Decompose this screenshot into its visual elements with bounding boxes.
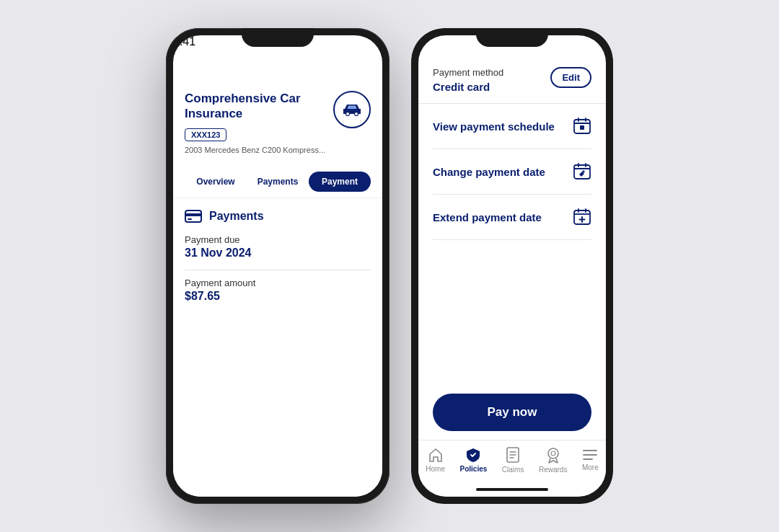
view-payment-schedule-item[interactable]: View payment schedule xyxy=(433,104,591,149)
nav-policies-label: Policies xyxy=(459,465,487,473)
payment-due-value: 31 Nov 2024 xyxy=(185,247,371,260)
nav-claims[interactable]: Claims xyxy=(502,446,524,474)
notch xyxy=(242,28,314,47)
status-icons xyxy=(173,48,382,57)
svg-rect-12 xyxy=(580,125,584,130)
payment-due-label: Payment due xyxy=(185,234,371,245)
svg-rect-1 xyxy=(177,52,179,57)
nav-more[interactable]: More xyxy=(582,448,599,471)
svg-rect-3 xyxy=(183,48,185,57)
car-icon-circle xyxy=(333,91,371,128)
svg-rect-9 xyxy=(185,213,201,216)
svg-point-7 xyxy=(355,112,358,116)
more-icon xyxy=(582,448,598,461)
nav-home[interactable]: Home xyxy=(426,447,445,473)
notch-right xyxy=(476,28,548,47)
change-date-label: Change payment date xyxy=(433,166,545,178)
phone-left: 9:41 xyxy=(166,28,390,504)
battery-icon xyxy=(203,48,219,57)
tab-payments[interactable]: Payments xyxy=(247,172,309,192)
change-payment-date-item[interactable]: Change payment date xyxy=(433,149,591,195)
payment-amount-label: Payment amount xyxy=(185,278,371,288)
home-icon xyxy=(428,447,444,463)
car-icon xyxy=(341,102,363,118)
scene: 9:41 xyxy=(0,0,779,532)
policies-icon xyxy=(465,447,481,463)
card-info: Comprehensive Car Insurance XXX123 2003 … xyxy=(185,91,333,154)
svg-rect-10 xyxy=(188,218,192,220)
payment-amount-row: Payment amount $87.65 xyxy=(185,278,371,303)
calendar-edit-icon xyxy=(573,162,591,181)
signal-icon xyxy=(173,48,185,57)
payment-method-label: Payment method xyxy=(433,67,503,78)
nav-more-label: More xyxy=(582,464,599,471)
nav-policies[interactable]: Policies xyxy=(459,447,487,473)
svg-rect-5 xyxy=(204,50,214,56)
hero-section: ‹ Comprehensive Car Insurance XXX123 200… xyxy=(173,57,382,166)
claims-icon xyxy=(506,446,520,464)
calendar-add-icon xyxy=(573,208,591,226)
payments-section-title: Payments xyxy=(209,210,264,223)
policy-badge: XXX123 xyxy=(185,128,226,141)
phone-right: Payment method Credit card Edit View pay… xyxy=(411,28,613,504)
nav-claims-label: Claims xyxy=(502,466,524,474)
extend-date-label: Extend payment date xyxy=(433,211,542,223)
payments-header: Payments xyxy=(185,210,371,223)
svg-point-17 xyxy=(551,451,555,456)
phone1-body: Payments Payment due 31 Nov 2024 Payment… xyxy=(173,198,382,497)
svg-rect-2 xyxy=(180,50,182,57)
pay-now-button[interactable]: Pay now xyxy=(433,394,591,431)
divider-1 xyxy=(185,270,371,270)
edit-button[interactable]: Edit xyxy=(550,67,591,88)
calendar-view-icon xyxy=(573,117,591,136)
status-time: 9:41 xyxy=(173,35,195,48)
policy-card: Comprehensive Car Insurance XXX123 2003 … xyxy=(173,79,382,166)
credit-card-icon xyxy=(185,210,202,223)
tabs-row: Overview Payments Payment xyxy=(173,166,382,198)
payment-menu: View payment schedule Change payment dat… xyxy=(418,104,606,385)
svg-point-6 xyxy=(346,112,350,116)
nav-rewards[interactable]: Rewards xyxy=(539,446,567,474)
back-button[interactable]: ‹ xyxy=(173,57,382,72)
home-indicator xyxy=(476,488,548,491)
wifi-icon xyxy=(188,48,199,57)
payment-method-info: Payment method Credit card xyxy=(433,67,503,93)
car-description: 2003 Mercedes Benz C200 Kompress... xyxy=(185,146,333,154)
rewards-icon xyxy=(545,446,561,464)
view-schedule-label: View payment schedule xyxy=(433,120,555,133)
payment-amount-value: $87.65 xyxy=(185,290,371,303)
card-title: Comprehensive Car Insurance xyxy=(185,91,333,122)
bottom-nav: Home Policies Claims xyxy=(418,440,606,485)
payment-method-value: Credit card xyxy=(433,81,503,93)
nav-rewards-label: Rewards xyxy=(539,466,567,474)
tab-overview[interactable]: Overview xyxy=(185,172,247,192)
tab-payment[interactable]: Payment xyxy=(309,172,371,192)
svg-point-16 xyxy=(548,448,558,458)
extend-payment-date-item[interactable]: Extend payment date xyxy=(433,195,591,240)
nav-home-label: Home xyxy=(426,465,445,473)
payment-due-row: Payment due 31 Nov 2024 xyxy=(185,234,371,260)
